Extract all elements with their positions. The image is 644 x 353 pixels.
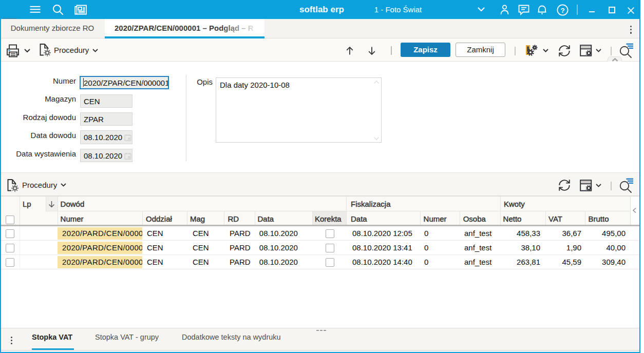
svg-text:?: ?	[560, 6, 564, 14]
